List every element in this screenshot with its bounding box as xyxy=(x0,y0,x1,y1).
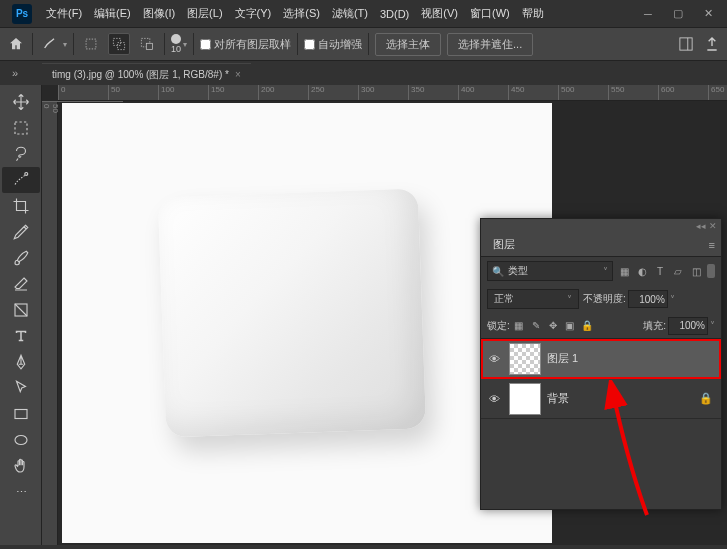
gradient-tool[interactable] xyxy=(2,297,40,323)
menu-view[interactable]: 视图(V) xyxy=(415,3,464,24)
layer-name[interactable]: 图层 1 xyxy=(547,351,717,366)
tab-overflow-icon[interactable]: » xyxy=(8,61,22,85)
layer-name[interactable]: 背景 xyxy=(547,391,693,406)
select-and-mask-button[interactable]: 选择并遮住... xyxy=(447,33,533,56)
svg-rect-2 xyxy=(118,43,125,50)
menu-type[interactable]: 文字(Y) xyxy=(229,3,278,24)
panel-collapse-icon[interactable]: ◂◂ xyxy=(696,221,706,231)
filter-smart-icon[interactable]: ◫ xyxy=(689,266,703,277)
panel-close-icon[interactable]: ✕ xyxy=(709,221,717,231)
maximize-button[interactable]: ▢ xyxy=(663,4,693,24)
lock-pixels-icon[interactable]: ✎ xyxy=(530,320,542,331)
menu-window[interactable]: 窗口(W) xyxy=(464,3,516,24)
panels-icon[interactable] xyxy=(677,35,695,53)
svg-rect-10 xyxy=(15,410,27,419)
menu-filter[interactable]: 滤镜(T) xyxy=(326,3,374,24)
chevron-down-icon[interactable]: ▾ xyxy=(183,40,187,49)
layer-thumbnail[interactable] xyxy=(509,383,541,415)
layer-filter-type[interactable]: 🔍 类型 ˅ xyxy=(487,261,613,281)
vertical-ruler: 050100150200250300350400 xyxy=(42,101,58,545)
new-selection-icon[interactable] xyxy=(80,33,102,55)
svg-point-11 xyxy=(15,436,27,445)
menu-layer[interactable]: 图层(L) xyxy=(181,3,228,24)
layer-thumbnail[interactable] xyxy=(509,343,541,375)
visibility-toggle-icon[interactable]: 👁 xyxy=(485,393,503,405)
svg-rect-4 xyxy=(146,43,152,49)
menu-image[interactable]: 图像(I) xyxy=(137,3,181,24)
filter-pixel-icon[interactable]: ▦ xyxy=(617,266,631,277)
menu-3d[interactable]: 3D(D) xyxy=(374,5,415,23)
svg-rect-0 xyxy=(86,39,96,49)
path-selection-tool[interactable] xyxy=(2,375,40,401)
app-logo: Ps xyxy=(12,4,32,24)
layers-panel: ◂◂ ✕ 图层 ≡ 🔍 类型 ˅ ▦ ◐ T ▱ ◫ 正常 ˅ 不透明度: 10… xyxy=(480,218,722,510)
type-tool[interactable] xyxy=(2,323,40,349)
document-tab[interactable]: timg (3).jpg @ 100% (图层 1, RGB/8#) * × xyxy=(42,63,251,85)
svg-rect-7 xyxy=(15,122,27,134)
add-selection-icon[interactable] xyxy=(108,33,130,55)
close-button[interactable]: ✕ xyxy=(693,4,723,24)
chevron-down-icon[interactable]: ▾ xyxy=(63,40,67,49)
horizontal-ruler: 050100150200250300350400450500550600650 xyxy=(58,85,727,101)
menu-edit[interactable]: 编辑(E) xyxy=(88,3,137,24)
lock-label: 锁定: xyxy=(487,319,510,333)
eraser-tool[interactable] xyxy=(2,271,40,297)
svg-rect-5 xyxy=(680,38,692,50)
panel-menu-icon[interactable]: ≡ xyxy=(703,239,721,251)
layers-tab[interactable]: 图层 xyxy=(481,233,527,256)
lock-icon: 🔒 xyxy=(699,392,713,405)
more-tools[interactable]: ⋯ xyxy=(2,479,40,505)
svg-rect-1 xyxy=(113,38,120,45)
sample-all-layers-checkbox[interactable]: 对所有图层取样 xyxy=(200,37,291,52)
lock-artboard-icon[interactable]: ▣ xyxy=(564,320,576,331)
menu-help[interactable]: 帮助 xyxy=(516,3,550,24)
minimize-button[interactable]: ─ xyxy=(633,4,663,24)
brush-tool[interactable] xyxy=(2,245,40,271)
eyedropper-tool[interactable] xyxy=(2,219,40,245)
lasso-tool[interactable] xyxy=(2,141,40,167)
document-canvas[interactable] xyxy=(62,103,552,543)
lock-transparency-icon[interactable]: ▦ xyxy=(513,320,525,331)
filter-shape-icon[interactable]: ▱ xyxy=(671,266,685,277)
blend-mode-select[interactable]: 正常 ˅ xyxy=(487,289,579,309)
toolbox: ⋯ xyxy=(0,85,42,545)
quick-selection-tool[interactable] xyxy=(2,167,40,193)
subtract-selection-icon[interactable] xyxy=(136,33,158,55)
menu-select[interactable]: 选择(S) xyxy=(277,3,326,24)
pen-tool[interactable] xyxy=(2,349,40,375)
opacity-input[interactable]: 100% xyxy=(628,290,668,308)
share-icon[interactable] xyxy=(703,35,721,53)
lock-position-icon[interactable]: ✥ xyxy=(547,320,559,331)
home-icon[interactable] xyxy=(6,34,26,54)
lock-all-icon[interactable]: 🔒 xyxy=(581,320,593,331)
filter-adjustment-icon[interactable]: ◐ xyxy=(635,266,649,277)
select-subject-button[interactable]: 选择主体 xyxy=(375,33,441,56)
move-tool[interactable] xyxy=(2,89,40,115)
tool-preset-icon[interactable] xyxy=(39,33,61,55)
brush-size-picker[interactable]: 10 xyxy=(171,34,181,54)
layer-item[interactable]: 👁 图层 1 xyxy=(481,339,721,379)
menu-file[interactable]: 文件(F) xyxy=(40,3,88,24)
document-tab-title: timg (3).jpg @ 100% (图层 1, RGB/8#) * xyxy=(52,68,229,82)
filter-type-icon[interactable]: T xyxy=(653,266,667,277)
opacity-label: 不透明度: xyxy=(583,292,626,306)
layer-item[interactable]: 👁 背景 🔒 xyxy=(481,379,721,419)
marquee-tool[interactable] xyxy=(2,115,40,141)
canvas-content xyxy=(162,193,442,453)
tab-close-icon[interactable]: × xyxy=(235,69,241,80)
ellipse-tool[interactable] xyxy=(2,427,40,453)
fill-input[interactable]: 100% xyxy=(668,317,708,335)
crop-tool[interactable] xyxy=(2,193,40,219)
visibility-toggle-icon[interactable]: 👁 xyxy=(485,353,503,365)
rectangle-tool[interactable] xyxy=(2,401,40,427)
brush-size-value: 10 xyxy=(171,44,181,54)
auto-enhance-checkbox[interactable]: 自动增强 xyxy=(304,37,362,52)
filter-toggle[interactable] xyxy=(707,264,715,278)
hand-tool[interactable] xyxy=(2,453,40,479)
fill-label: 填充: xyxy=(643,319,666,333)
